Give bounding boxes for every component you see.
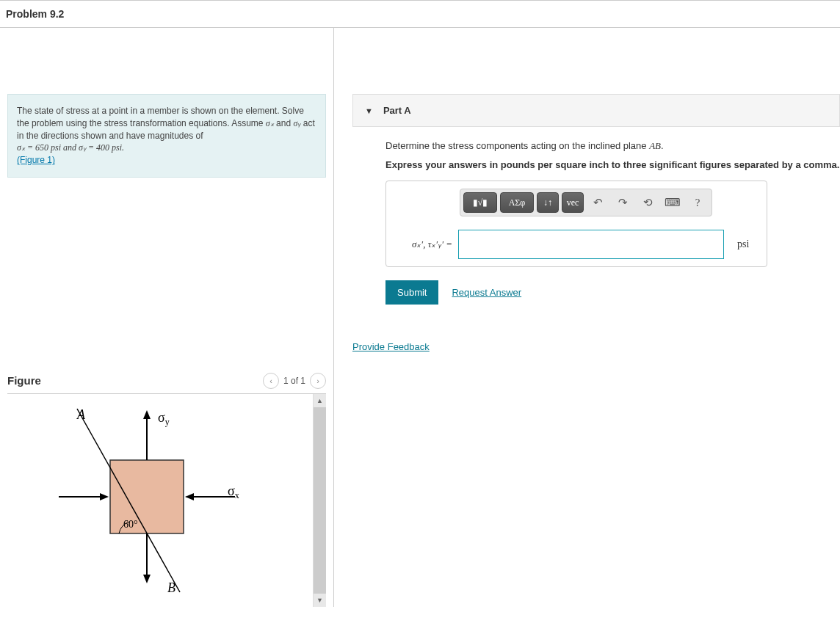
pager-prev-button[interactable]: ‹ [263, 373, 279, 389]
figure-section: Figure ‹ 1 of 1 › [0, 368, 333, 607]
request-answer-link[interactable]: Request Answer [452, 287, 521, 298]
svg-marker-4 [143, 575, 151, 583]
svg-marker-6 [100, 493, 109, 500]
sigma-x-symbol: σₓ [266, 118, 274, 128]
label-B: B [167, 580, 175, 595]
answer-unit: psi [737, 238, 759, 250]
figure-scrollbar[interactable]: ▲ ▼ [313, 394, 326, 607]
redo-button[interactable]: ↷ [612, 192, 634, 213]
label-A: A [76, 407, 86, 422]
provide-feedback-link[interactable]: Provide Feedback [352, 341, 430, 352]
label-sigma-y: σy [158, 410, 170, 427]
scroll-up-icon[interactable]: ▲ [314, 394, 326, 407]
figure-header: Figure ‹ 1 of 1 › [7, 368, 326, 394]
collapse-icon[interactable]: ▼ [365, 106, 373, 115]
intro-text-1: The state of stress at a point in a memb… [17, 106, 304, 128]
label-sigma-x: σx [228, 484, 239, 500]
scroll-track[interactable] [314, 407, 326, 594]
keyboard-button[interactable]: ⌨ [662, 192, 684, 213]
help-button[interactable]: ? [687, 192, 709, 213]
templates-button[interactable]: ▮√▮ [463, 192, 497, 213]
equation-toolbar: ▮√▮ ΑΣφ ↓↑ vec ↶ ↷ ⟲ ⌨ ? [460, 189, 712, 216]
greek-button[interactable]: ΑΣφ [500, 192, 534, 213]
action-row: Submit Request Answer [385, 280, 840, 305]
answer-input-row: σₓ′, τₓ′ᵧ′ = psi [394, 230, 759, 259]
figure-pager: ‹ 1 of 1 › [263, 373, 326, 389]
problem-header: Problem 9.2 [0, 0, 840, 28]
answer-label: σₓ′, τₓ′ᵧ′ = [394, 238, 452, 250]
pager-next-button[interactable]: › [310, 373, 326, 389]
subscript-button[interactable]: ↓↑ [537, 192, 559, 213]
question-text: Determine the stress components acting o… [385, 140, 840, 152]
part-a-body: Determine the stress components acting o… [334, 127, 840, 305]
intro-values: σₓ = 650 psi and σᵧ = 400 psi. [17, 142, 124, 153]
left-column: The state of stress at a point in a memb… [0, 28, 334, 607]
svg-marker-2 [143, 410, 151, 419]
answer-input[interactable] [458, 230, 724, 259]
reset-button[interactable]: ⟲ [637, 192, 659, 213]
svg-rect-0 [110, 460, 184, 533]
label-angle: 60° [123, 519, 138, 530]
figure-title: Figure [7, 374, 41, 387]
right-column: ▼ Part A Determine the stress components… [334, 28, 840, 607]
vec-button[interactable]: vec [562, 192, 584, 213]
figure-diagram: A B σy σx 60° [7, 394, 313, 607]
intro-text-2: and [276, 118, 293, 128]
instruction-text: Express your answers in pounds per squar… [385, 159, 840, 170]
svg-marker-8 [185, 493, 194, 500]
problem-statement-box: The state of stress at a point in a memb… [7, 94, 326, 178]
figure-link[interactable]: (Figure 1) [17, 155, 55, 165]
submit-button[interactable]: Submit [385, 280, 438, 305]
part-a-header[interactable]: ▼ Part A [352, 94, 840, 127]
part-a-title: Part A [383, 105, 411, 116]
undo-button[interactable]: ↶ [587, 192, 609, 213]
problem-title: Problem 9.2 [6, 8, 834, 20]
answer-box: ▮√▮ ΑΣφ ↓↑ vec ↶ ↷ ⟲ ⌨ ? σₓ′, τₓ′ᵧ′ = ps… [385, 181, 767, 267]
pager-status: 1 of 1 [283, 376, 305, 386]
main-container: The state of stress at a point in a memb… [0, 28, 840, 607]
sigma-y-symbol: σᵧ [293, 118, 300, 128]
figure-body: A B σy σx 60° ▲ ▼ [7, 394, 326, 607]
scroll-down-icon[interactable]: ▼ [314, 594, 326, 607]
